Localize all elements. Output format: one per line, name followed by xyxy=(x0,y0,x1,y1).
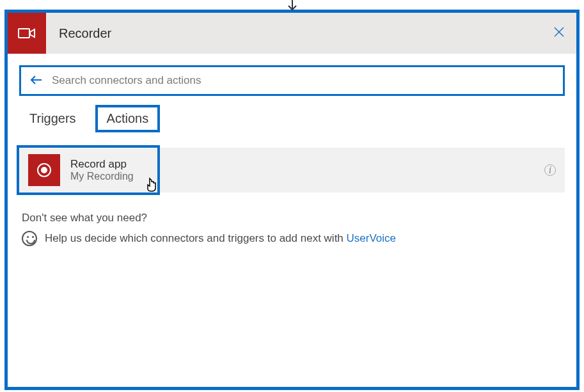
tabs: Triggers Actions xyxy=(19,105,565,136)
footer-help-row: Help us decide which connectors and trig… xyxy=(22,231,562,246)
close-button[interactable] xyxy=(553,26,565,40)
smiley-icon xyxy=(22,231,37,246)
flow-arrow-down-icon xyxy=(286,0,299,15)
back-button[interactable] xyxy=(30,74,43,88)
action-record-app[interactable]: Record app My Recording i xyxy=(19,148,565,192)
panel-header: Recorder xyxy=(8,13,576,54)
info-icon[interactable]: i xyxy=(544,164,556,176)
footer-help-text: Help us decide which connectors and trig… xyxy=(45,232,396,245)
close-icon xyxy=(553,25,565,41)
footer-heading: Don't see what you need? xyxy=(22,212,562,224)
svg-point-6 xyxy=(41,167,47,173)
dialog-frame: Recorder Triggers xyxy=(4,10,580,390)
tab-actions[interactable]: Actions xyxy=(95,105,161,132)
search-input[interactable] xyxy=(52,74,554,87)
search-bar xyxy=(19,65,565,96)
uservoice-link[interactable]: UserVoice xyxy=(347,232,396,244)
recorder-icon xyxy=(8,13,46,54)
record-icon xyxy=(28,154,60,186)
back-arrow-icon xyxy=(30,74,43,88)
action-item-wrap: Record app My Recording i xyxy=(19,148,565,192)
footer: Don't see what you need? Help us decide … xyxy=(19,212,565,246)
svg-rect-1 xyxy=(19,29,29,38)
panel-body: Triggers Actions Record app My Recording xyxy=(8,54,576,246)
panel-title: Recorder xyxy=(59,26,111,41)
action-text: Record app My Recording xyxy=(70,158,544,182)
action-list: Record app My Recording i xyxy=(19,148,565,192)
action-subtitle: My Recording xyxy=(70,171,544,182)
action-title: Record app xyxy=(70,158,544,171)
tab-triggers[interactable]: Triggers xyxy=(22,106,84,131)
